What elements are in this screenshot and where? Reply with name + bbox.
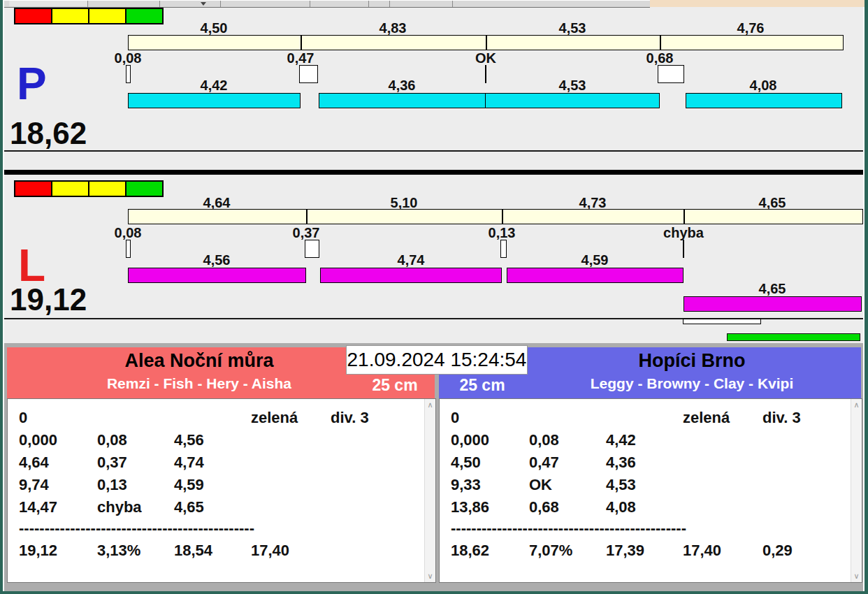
table-cell: div. 3: [762, 409, 801, 427]
light-red: [15, 182, 51, 196]
scroll-up-icon[interactable]: ∧: [425, 401, 435, 409]
scroll-down-icon[interactable]: ∨: [851, 572, 862, 580]
table-cell: 0: [451, 409, 459, 427]
lane-l-total-time: 19,12: [10, 284, 87, 315]
split-label: 4,64: [182, 195, 252, 210]
toolbar-divider: [452, 1, 453, 7]
table-cell: 0: [19, 409, 27, 427]
progress-green-bar: [727, 333, 860, 341]
table-cell: 17,39: [606, 542, 644, 560]
changeover-marker-ok: [485, 65, 486, 83]
lane-l-run-bar: [320, 268, 502, 283]
team-left-jump-height: 25 cm: [367, 376, 423, 395]
table-cell: 0,47: [529, 454, 559, 472]
lane-l-rerun-bar: [683, 296, 862, 312]
split-label: 4,73: [558, 195, 628, 210]
lane-p-total-time: 18,62: [10, 118, 87, 149]
table-cell: chyba: [97, 498, 142, 516]
datetime-display: 21.09.2024 15:24:54: [346, 345, 528, 375]
table-row: 0 zelená div. 3: [440, 409, 849, 428]
table-row: 13,86 0,68 4,08: [440, 498, 849, 518]
table-cell: 4,65: [174, 498, 204, 516]
lane-l-run-bar: [507, 268, 683, 283]
inner-border-highlight: [3, 0, 4, 591]
changeover-marker: [500, 240, 507, 258]
lane-p-status-lights: [14, 8, 164, 24]
split-label: 4,76: [716, 20, 786, 36]
collapsed-toolbar[interactable]: [4, 0, 650, 8]
table-cell: zelená: [251, 409, 298, 427]
table-cell: 18,54: [174, 542, 212, 560]
run-label: 4,59: [560, 252, 630, 268]
run-label: 4,53: [537, 78, 607, 93]
table-cell: 9,74: [19, 476, 49, 494]
window-border: [0, 0, 3, 594]
table-cell: 0,37: [97, 454, 127, 472]
run-label: 4,08: [728, 78, 798, 93]
rerun-label: 4,65: [737, 281, 807, 296]
table-divider-row: ----------------------------------------…: [440, 519, 849, 539]
table-cell: 4,64: [19, 454, 49, 472]
divider-dashes: ----------------------------------------…: [451, 519, 686, 537]
scrollbar[interactable]: ∧ ∨: [851, 399, 862, 582]
table-row: 9,33 OK 4,53: [440, 476, 849, 495]
toolbar-divider: [368, 1, 369, 7]
lane-p-bottom-line: [4, 150, 863, 152]
changeover-label: 0,13: [470, 225, 533, 240]
light-yellow: [89, 9, 125, 23]
table-cell: div. 3: [331, 409, 369, 427]
lane-l-status-lights: [14, 180, 164, 197]
split-label: 5,10: [369, 195, 439, 210]
changeover-marker-error: [683, 240, 684, 258]
table-total-row: 19,12 3,13% 18,54 17,40: [8, 542, 423, 561]
lane-p-run-bar: [128, 93, 301, 108]
table-cell: 4,56: [174, 431, 204, 449]
table-cell: 3,13%: [97, 542, 140, 560]
toolbar-segment: [9, 1, 88, 6]
changeover-marker: [299, 65, 318, 83]
team-right-name: Hopíci Brno: [523, 350, 861, 372]
scrollbar[interactable]: ∧ ∨: [424, 399, 435, 582]
table-cell: 4,59: [174, 476, 204, 494]
split-divider: [306, 210, 308, 224]
toolbar-divider: [87, 1, 88, 7]
changeover-label: chyba: [652, 225, 715, 240]
table-cell: 13,86: [451, 498, 489, 516]
table-cell: 17,40: [683, 542, 721, 560]
table-cell: 0,000: [451, 431, 489, 449]
run-label: 4,36: [367, 78, 437, 93]
flyball-timing-window: P 18,62 4,50 4,83 4,53 4,76 0,08 0,47 OK…: [0, 0, 868, 594]
toolbar-divider: [310, 1, 310, 7]
lane-p-run-bar: [485, 93, 660, 108]
light-red: [15, 9, 51, 23]
table-row: 0,000 0,08 4,56: [8, 431, 423, 451]
team-right-members: Leggy - Browny - Clay - Kvipi: [523, 375, 861, 392]
table-cell: 19,12: [19, 542, 57, 560]
table-cell: 0,29: [762, 542, 793, 560]
scroll-down-icon[interactable]: ∨: [425, 572, 435, 580]
lane-p-split-bar: [128, 35, 844, 50]
changeover-label: 0,68: [628, 50, 691, 66]
split-label: 4,53: [537, 20, 607, 36]
split-label: 4,83: [358, 20, 428, 36]
lane-p-label: P: [17, 61, 47, 106]
table-divider-row: ----------------------------------------…: [8, 519, 423, 539]
table-row: 0,000 0,08 4,42: [440, 431, 849, 451]
table-cell: 7,07%: [529, 542, 572, 560]
table-cell: 14,47: [19, 498, 57, 516]
table-row: 14,47 chyba 4,65: [8, 498, 423, 518]
split-divider: [301, 36, 302, 50]
light-yellow: [52, 9, 88, 23]
light-green: [126, 182, 162, 196]
changeover-label: 0,08: [96, 225, 159, 240]
toolbar-divider: [220, 1, 221, 7]
scroll-up-icon[interactable]: ∧: [851, 401, 862, 409]
split-divider: [683, 210, 685, 224]
changeover-marker: [126, 240, 131, 258]
lane-l-run-bar: [128, 268, 306, 283]
table-cell: 0,68: [529, 498, 559, 516]
changeover-marker: [658, 65, 684, 83]
run-label: 4,42: [179, 78, 249, 93]
team-right-jump-height: 25 cm: [454, 376, 510, 395]
light-yellow: [52, 182, 88, 196]
